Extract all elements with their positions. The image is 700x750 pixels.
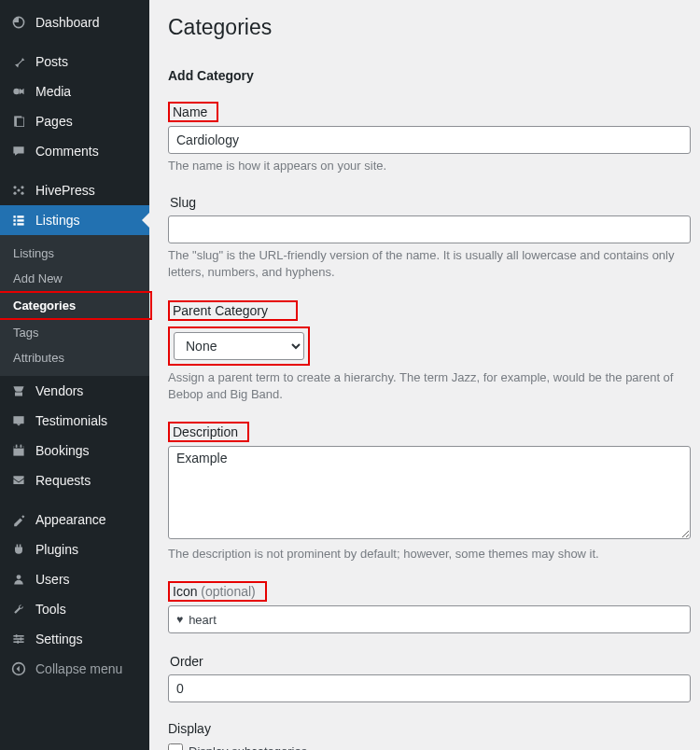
submenu-item-tags[interactable]: Tags xyxy=(0,320,149,345)
sidebar-item-bookings[interactable]: Bookings xyxy=(0,436,149,465)
sidebar-item-posts[interactable]: Posts xyxy=(0,47,149,76)
display-label: Display xyxy=(168,721,211,736)
svg-point-4 xyxy=(13,186,16,188)
svg-rect-25 xyxy=(21,637,22,640)
description-desc: The description is not prominent by defa… xyxy=(168,546,691,562)
sidebar-item-label: Collapse menu xyxy=(35,661,122,676)
slug-label: Slug xyxy=(168,193,202,212)
sidebar-item-testimonials[interactable]: Testimonials xyxy=(0,406,149,436)
sidebar-item-dashboard[interactable]: Dashboard xyxy=(0,7,149,37)
pin-icon xyxy=(9,54,28,69)
field-display: Display Display subcategories xyxy=(168,721,691,750)
parent-select-highlight: None xyxy=(168,326,310,366)
sidebar-item-label: HivePress xyxy=(35,183,95,198)
svg-rect-9 xyxy=(13,215,15,217)
bookings-icon xyxy=(9,443,28,458)
submenu-item-attributes[interactable]: Attributes xyxy=(0,345,149,370)
sidebar-item-vendors[interactable]: Vendors xyxy=(0,376,149,406)
icon-value: heart xyxy=(189,613,217,627)
sidebar-item-label: Tools xyxy=(35,602,66,617)
svg-rect-19 xyxy=(21,445,22,448)
icon-label-text: Icon xyxy=(173,584,197,599)
svg-rect-21 xyxy=(13,635,23,637)
svg-rect-15 xyxy=(13,416,23,424)
collapse-icon xyxy=(9,661,28,676)
svg-point-20 xyxy=(17,575,21,579)
svg-rect-13 xyxy=(13,223,15,225)
name-input[interactable] xyxy=(168,126,691,154)
svg-point-6 xyxy=(13,192,16,195)
icon-select[interactable]: ♥ heart xyxy=(168,605,691,633)
dashboard-icon xyxy=(9,15,28,30)
svg-point-7 xyxy=(21,192,23,195)
submenu-item-listings[interactable]: Listings xyxy=(0,241,149,266)
order-input[interactable] xyxy=(168,674,691,702)
sidebar-item-requests[interactable]: Requests xyxy=(0,465,149,495)
svg-rect-26 xyxy=(17,641,19,644)
sidebar-item-comments[interactable]: Comments xyxy=(0,136,149,166)
sidebar-item-pages[interactable]: Pages xyxy=(0,106,149,136)
admin-sidebar: Dashboard Posts Media Pages Comments Hiv… xyxy=(0,0,149,750)
sidebar-item-label: Appearance xyxy=(35,512,106,527)
slug-input[interactable] xyxy=(168,215,691,243)
heart-icon: ♥ xyxy=(176,613,183,626)
section-title: Add Category xyxy=(168,68,691,83)
icon-label: Icon (optional) xyxy=(168,581,267,602)
parent-desc: Assign a parent term to create a hierarc… xyxy=(168,369,691,403)
users-icon xyxy=(9,572,28,587)
description-textarea[interactable] xyxy=(168,446,691,539)
sidebar-item-label: Vendors xyxy=(35,383,83,398)
svg-rect-24 xyxy=(16,634,18,637)
plugins-icon xyxy=(9,542,28,557)
tools-icon xyxy=(9,602,28,617)
svg-point-8 xyxy=(17,188,20,191)
requests-icon xyxy=(9,473,28,488)
submenu-item-categories[interactable]: Categories xyxy=(0,291,152,320)
sidebar-item-users[interactable]: Users xyxy=(0,564,149,594)
sidebar-item-hivepress[interactable]: HivePress xyxy=(0,175,149,205)
sidebar-item-label: Listings xyxy=(35,213,79,228)
sidebar-item-settings[interactable]: Settings xyxy=(0,624,149,654)
content: Categories Add Category Name The name is… xyxy=(149,0,700,750)
page-title: Categories xyxy=(168,9,691,40)
field-slug: Slug The "slug" is the URL-friendly vers… xyxy=(168,193,691,281)
svg-rect-18 xyxy=(16,445,18,448)
display-subcategories-checkbox[interactable] xyxy=(168,743,183,750)
appearance-icon xyxy=(9,512,28,527)
field-name: Name The name is how it appears on your … xyxy=(168,102,691,174)
sidebar-item-label: Comments xyxy=(35,144,99,159)
sidebar-submenu-listings: Listings Add New Categories Tags Attribu… xyxy=(0,235,149,376)
testimonials-icon xyxy=(9,413,28,428)
sidebar-item-collapse[interactable]: Collapse menu xyxy=(0,654,149,684)
sidebar-item-label: Pages xyxy=(35,114,73,129)
sidebar-item-tools[interactable]: Tools xyxy=(0,594,149,624)
parent-select[interactable]: None xyxy=(174,332,304,360)
sidebar-item-label: Dashboard xyxy=(35,15,100,30)
sidebar-item-media[interactable]: Media xyxy=(0,76,149,106)
svg-rect-14 xyxy=(17,223,23,225)
svg-point-5 xyxy=(21,186,23,188)
submenu-item-add-new[interactable]: Add New xyxy=(0,266,149,291)
sidebar-item-label: Posts xyxy=(35,54,68,69)
name-desc: The name is how it appears on your site. xyxy=(168,158,691,174)
name-label: Name xyxy=(168,102,218,122)
sidebar-item-listings[interactable]: Listings xyxy=(0,205,149,235)
svg-rect-22 xyxy=(13,638,23,640)
hivepress-icon xyxy=(9,183,28,198)
parent-label: Parent Category xyxy=(168,300,298,321)
sidebar-item-label: Settings xyxy=(35,632,83,646)
listings-icon xyxy=(9,213,28,228)
sidebar-item-label: Plugins xyxy=(35,542,78,557)
slug-desc: The "slug" is the URL-friendly version o… xyxy=(168,247,691,281)
sidebar-item-label: Media xyxy=(35,84,71,99)
svg-rect-12 xyxy=(17,219,23,221)
sidebar-item-plugins[interactable]: Plugins xyxy=(0,535,149,564)
field-icon: Icon (optional) ♥ heart xyxy=(168,581,691,633)
sidebar-item-appearance[interactable]: Appearance xyxy=(0,505,149,535)
svg-point-0 xyxy=(13,89,19,94)
description-label: Description xyxy=(168,422,249,442)
comments-icon xyxy=(9,144,28,159)
sidebar-item-label: Users xyxy=(35,572,70,587)
sidebar-item-label: Requests xyxy=(35,473,91,488)
field-order: Order xyxy=(168,652,691,702)
